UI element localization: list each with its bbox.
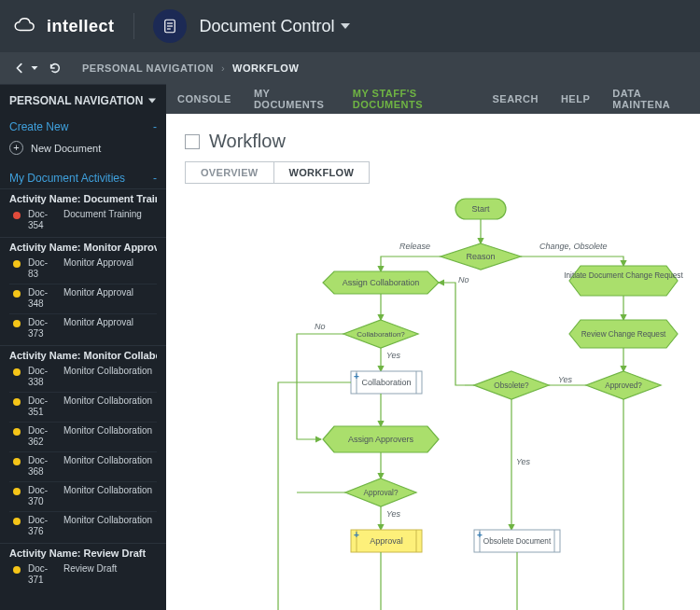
subtab[interactable]: WORKFLOW xyxy=(273,162,370,183)
svg-text:+: + xyxy=(354,371,359,381)
chevron-down-icon xyxy=(148,99,156,104)
status-dot-icon xyxy=(13,368,21,376)
svg-text:Yes: Yes xyxy=(386,509,401,519)
divider xyxy=(133,13,134,39)
tab[interactable]: HELP xyxy=(550,84,601,114)
breadcrumb-sep: › xyxy=(221,62,225,74)
status-dot-icon xyxy=(13,212,21,219)
svg-text:Change, Obsolete: Change, Obsolete xyxy=(539,242,608,251)
svg-text:Approval: Approval xyxy=(370,536,403,546)
content: Workflow OVERVIEWWORKFLOW Start Reason R… xyxy=(166,114,700,610)
sidebar-item[interactable]: Doc-373Monitor Approval xyxy=(9,314,157,343)
status-dot-icon xyxy=(13,290,21,298)
sidebar: PERSONAL NAVIGATION Create New- + New Do… xyxy=(0,84,166,610)
workflow-canvas[interactable]: Start Reason Release Change, Obsolete As… xyxy=(185,189,681,610)
chevron-down-icon xyxy=(341,23,350,29)
plus-icon: + xyxy=(9,141,23,155)
app-icon[interactable] xyxy=(153,9,187,43)
svg-text:Start: Start xyxy=(471,204,490,214)
sidebar-activities-section[interactable]: My Document Activities- xyxy=(0,164,166,188)
svg-text:Yes: Yes xyxy=(516,457,531,466)
brand-text: intellect xyxy=(47,17,115,36)
brand: intellect xyxy=(13,17,115,36)
svg-text:Reason: Reason xyxy=(466,252,495,261)
sidebar-item[interactable]: Doc-376Monitor Collaboration xyxy=(9,512,157,541)
sidebar-create-section[interactable]: Create New- xyxy=(0,113,166,137)
app-title-text: Document Control xyxy=(200,17,335,36)
svg-text:Assign Collaboration: Assign Collaboration xyxy=(343,278,420,287)
tab[interactable]: MY DOCUMENTS xyxy=(243,84,342,114)
subtab[interactable]: OVERVIEW xyxy=(186,162,273,183)
status-dot-icon xyxy=(13,398,21,406)
refresh-button[interactable] xyxy=(49,62,62,75)
sidebar-item[interactable]: Doc-368Monitor Collaboration xyxy=(9,452,157,482)
sidebar-group-title: Activity Name: Document Train xyxy=(9,193,157,204)
new-document-button[interactable]: + New Document xyxy=(0,137,166,164)
tab[interactable]: MY STAFF'S DOCUMENTS xyxy=(342,84,482,114)
breadcrumb-root[interactable]: PERSONAL NAVIGATION xyxy=(82,62,214,74)
svg-text:No: No xyxy=(458,275,469,284)
status-dot-icon xyxy=(13,458,21,465)
select-all-checkbox[interactable] xyxy=(185,134,200,149)
status-dot-icon xyxy=(13,320,21,327)
cloud-icon xyxy=(13,17,41,35)
svg-text:Approval?: Approval? xyxy=(364,489,399,497)
sidebar-group-title: Activity Name: Review Draft xyxy=(9,548,157,559)
sidebar-group-title: Activity Name: Monitor Approva xyxy=(9,242,157,253)
svg-text:+: + xyxy=(477,530,483,540)
svg-text:Collaboration: Collaboration xyxy=(361,378,411,387)
sidebar-header[interactable]: PERSONAL NAVIGATION xyxy=(0,84,166,113)
svg-text:Obsolete?: Obsolete? xyxy=(494,381,529,390)
sidebar-item[interactable]: Doc-370Monitor Collaboration xyxy=(9,482,157,512)
sidebar-item[interactable]: Doc-348Monitor Approval xyxy=(9,284,157,314)
page-title: Workflow xyxy=(209,131,286,152)
app-title-dropdown[interactable]: Document Control xyxy=(200,17,350,36)
svg-text:Review Change Request: Review Change Request xyxy=(581,330,666,339)
svg-text:Collaboration?: Collaboration? xyxy=(357,330,405,339)
svg-text:No: No xyxy=(315,322,326,331)
sidebar-group-title: Activity Name: Monitor Collabo xyxy=(9,350,157,361)
tab[interactable]: DATA MAINTENA xyxy=(601,84,700,114)
svg-text:Yes: Yes xyxy=(386,351,401,360)
status-dot-icon xyxy=(13,566,21,574)
back-button[interactable] xyxy=(13,62,39,75)
status-dot-icon xyxy=(13,428,21,436)
status-dot-icon xyxy=(13,518,21,525)
sidebar-item[interactable]: Doc-351Monitor Collaboration xyxy=(9,393,157,423)
sidebar-item[interactable]: Doc-83Monitor Approval xyxy=(9,255,157,284)
svg-text:Approved?: Approved? xyxy=(605,381,642,390)
breadcrumb-current: WORKFLOW xyxy=(232,62,299,74)
sidebar-item[interactable]: Doc-338Monitor Collaboration xyxy=(9,363,157,393)
svg-text:+: + xyxy=(354,530,359,540)
sidebar-item[interactable]: Doc-362Monitor Collaboration xyxy=(9,423,157,452)
tab[interactable]: SEARCH xyxy=(481,84,549,114)
nav-controls xyxy=(13,62,62,75)
breadcrumb-bar: PERSONAL NAVIGATION › WORKFLOW xyxy=(0,52,700,84)
tab[interactable]: CONSOLE xyxy=(166,84,243,114)
subtabs: OVERVIEWWORKFLOW xyxy=(185,161,370,184)
svg-text:Release: Release xyxy=(399,242,430,251)
svg-text:Initiate Document Change Reque: Initiate Document Change Request xyxy=(564,271,683,280)
svg-text:Obsolete Document: Obsolete Document xyxy=(483,537,552,546)
sidebar-item[interactable]: Doc-371Review Draft xyxy=(9,561,157,589)
main-tabs: CONSOLEMY DOCUMENTSMY STAFF'S DOCUMENTSS… xyxy=(166,84,700,114)
chevron-down-icon xyxy=(32,66,38,70)
status-dot-icon xyxy=(13,260,21,268)
status-dot-icon xyxy=(13,488,21,495)
svg-text:Yes: Yes xyxy=(558,375,573,384)
document-icon xyxy=(161,18,178,35)
main-area: CONSOLEMY DOCUMENTSMY STAFF'S DOCUMENTSS… xyxy=(166,84,700,610)
svg-text:Assign Approvers: Assign Approvers xyxy=(348,435,414,444)
svg-marker-12 xyxy=(569,266,678,296)
top-bar: intellect Document Control xyxy=(0,0,700,52)
sidebar-item[interactable]: Doc-354Document Training xyxy=(9,206,157,235)
